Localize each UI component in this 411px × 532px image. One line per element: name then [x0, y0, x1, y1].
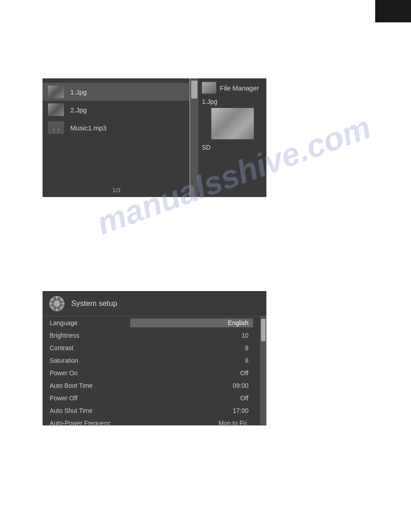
setup-label-auto-shut-time: Auto Shut Time	[50, 407, 130, 414]
setup-label-power-off: Power Off	[50, 395, 130, 402]
file-thumb-music: 🎧	[48, 121, 64, 134]
file-thumb-2jpg	[48, 103, 64, 116]
svg-point-1	[54, 300, 60, 307]
setup-label-auto-boot-time: Auto Boot Time	[50, 382, 130, 389]
preview-panel: File Manager 1.Jpg SD	[198, 78, 266, 197]
file-list: 1.Jpg 2.Jpg 🎧 Music1.mp3 1/3	[43, 78, 190, 197]
setup-title: System setup	[71, 299, 117, 308]
setup-header: System setup	[43, 291, 266, 317]
setup-scrollbar-thumb	[261, 319, 265, 341]
setup-value-power-on: Off	[130, 369, 253, 377]
gear-icon	[49, 296, 65, 312]
svg-rect-2	[56, 296, 58, 299]
setup-row-auto-boot-time[interactable]: Auto Boot Time 09:00	[43, 379, 260, 392]
setup-row-saturation[interactable]: Saturation 8	[43, 354, 260, 367]
setup-value-auto-boot-time: 09:00	[130, 382, 253, 389]
file-thumb-1jpg	[48, 86, 64, 98]
setup-value-saturation: 8	[130, 357, 253, 364]
file-manager-panel: 1.Jpg 2.Jpg 🎧 Music1.mp3 1/3 File Manage…	[43, 78, 266, 197]
setup-value-language: English	[130, 318, 253, 327]
setup-row-contrast[interactable]: Contrast 8	[43, 342, 260, 354]
file-name-1jpg: 1.Jpg	[70, 88, 87, 96]
file-item-2jpg[interactable]: 2.Jpg	[43, 101, 189, 119]
setup-row-brightness[interactable]: Brightness 10	[43, 329, 260, 342]
preview-location: SD	[202, 144, 210, 151]
setup-scrollbar[interactable]	[260, 317, 266, 425]
preview-header: File Manager	[202, 82, 263, 94]
setup-label-auto-power-freq: Auto-Power Frequenc	[50, 420, 130, 425]
file-list-scrollbar[interactable]	[190, 78, 198, 197]
file-item-1jpg[interactable]: 1.Jpg	[43, 83, 189, 101]
preview-image	[211, 108, 254, 139]
preview-filename: 1.Jpg	[202, 98, 217, 105]
setup-content: Language English Brightness 10 Contrast …	[43, 317, 266, 425]
system-setup-panel: System setup Language English Brightness…	[43, 291, 266, 425]
setup-value-contrast: 8	[130, 344, 253, 352]
svg-rect-3	[56, 308, 58, 311]
setup-row-auto-shut-time[interactable]: Auto Shut Time 17:00	[43, 404, 260, 417]
setup-row-power-on[interactable]: Power On Off	[43, 367, 260, 379]
svg-rect-5	[61, 303, 64, 305]
setup-rows: Language English Brightness 10 Contrast …	[43, 317, 260, 425]
setup-label-saturation: Saturation	[50, 357, 130, 364]
setup-value-auto-power-freq: Mon.to Fri.	[130, 420, 253, 425]
setup-label-brightness: Brightness	[50, 332, 130, 339]
setup-label-contrast: Contrast	[50, 344, 130, 352]
setup-row-power-off[interactable]: Power Off Off	[43, 392, 260, 404]
svg-rect-4	[49, 303, 52, 305]
file-name-2jpg: 2.Jpg	[70, 106, 87, 114]
file-name-music1: Music1.mp3	[70, 124, 107, 132]
preview-header-thumb	[202, 82, 216, 94]
setup-label-language: Language	[50, 319, 130, 326]
file-manager-title: File Manager	[220, 84, 259, 92]
setup-value-power-off: Off	[130, 395, 253, 402]
setup-value-brightness: 10	[130, 332, 253, 339]
top-right-rectangle	[375, 0, 411, 22]
file-item-music1[interactable]: 🎧 Music1.mp3	[43, 119, 189, 137]
file-list-scrollbar-thumb	[191, 81, 197, 99]
page-indicator: 1/3	[43, 187, 190, 193]
setup-row-language[interactable]: Language English	[43, 317, 260, 329]
setup-row-auto-power-freq[interactable]: Auto-Power Frequenc Mon.to Fri.	[43, 417, 260, 425]
setup-value-auto-shut-time: 17:00	[130, 407, 253, 414]
setup-label-power-on: Power On	[50, 369, 130, 377]
